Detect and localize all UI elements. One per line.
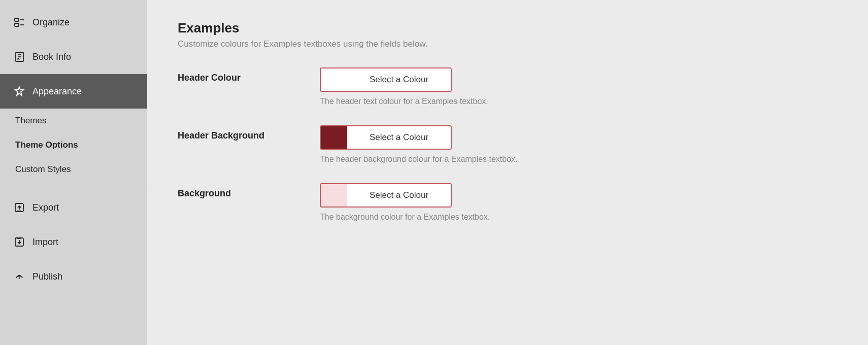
sidebar-item-appearance[interactable]: Appearance (0, 74, 147, 109)
sidebar-sub-menu: Themes Theme Options Custom Styles (0, 109, 147, 186)
field-row-background: Background Select a Colour The backgroun… (178, 183, 838, 236)
page-description: Customize colours for Examples textboxes… (178, 39, 838, 49)
colour-btn-label-background: Select a Colour (347, 184, 451, 206)
field-control-header-colour: Select a Colour The header text colour f… (320, 67, 838, 120)
import-icon (13, 236, 25, 248)
sidebar-sub-item-theme-options[interactable]: Theme Options (0, 133, 147, 157)
appearance-icon (13, 85, 25, 97)
sidebar-item-book-info[interactable]: Book Info (0, 40, 147, 74)
colour-swatch-background (321, 184, 347, 206)
field-hint-header-colour: The header text colour for a Examples te… (320, 97, 838, 106)
field-label-header-colour: Header Colour (178, 67, 320, 83)
main-content: Examples Customize colours for Examples … (147, 0, 868, 345)
sidebar-item-import-label: Import (32, 237, 58, 248)
svg-rect-1 (15, 23, 19, 26)
page-title: Examples (178, 20, 838, 36)
colour-btn-label-header-colour: Select a Colour (347, 68, 451, 91)
book-info-icon (13, 51, 25, 63)
sidebar-item-organize[interactable]: Organize (0, 5, 147, 40)
sidebar-item-publish-label: Publish (32, 271, 62, 282)
sidebar-item-export-label: Export (32, 202, 59, 213)
field-label-background: Background (178, 183, 320, 199)
colour-picker-header-background[interactable]: Select a Colour (320, 125, 452, 150)
colour-picker-header-colour[interactable]: Select a Colour (320, 67, 452, 92)
sidebar-item-export[interactable]: Export (0, 190, 147, 225)
field-hint-header-background: The header background colour for a Examp… (320, 155, 838, 164)
svg-rect-0 (15, 18, 19, 21)
colour-swatch-header-colour (321, 68, 347, 91)
organize-icon (13, 16, 25, 28)
sidebar-item-publish[interactable]: Publish (0, 259, 147, 294)
field-control-background: Select a Colour The background colour fo… (320, 183, 838, 236)
sidebar-item-book-info-label: Book Info (32, 52, 71, 62)
sidebar-sub-item-custom-styles[interactable]: Custom Styles (0, 157, 147, 182)
sidebar-divider-1 (0, 188, 147, 188)
sidebar-sub-item-themes[interactable]: Themes (0, 109, 147, 133)
sidebar: Organize Book Info Appearance Themes The… (0, 0, 147, 345)
export-icon (13, 201, 25, 214)
field-label-header-background: Header Background (178, 125, 320, 141)
field-hint-background: The background colour for a Examples tex… (320, 213, 838, 222)
field-row-header-colour: Header Colour Select a Colour The header… (178, 67, 838, 120)
publish-icon (13, 270, 25, 283)
field-row-header-background: Header Background Select a Colour The he… (178, 125, 838, 178)
sidebar-item-appearance-label: Appearance (32, 86, 82, 97)
colour-picker-background[interactable]: Select a Colour (320, 183, 452, 208)
svg-point-13 (19, 278, 20, 279)
sidebar-item-organize-label: Organize (32, 17, 70, 28)
field-control-header-background: Select a Colour The header background co… (320, 125, 838, 178)
colour-swatch-header-background (321, 126, 347, 149)
svg-marker-6 (15, 87, 23, 95)
sidebar-item-import[interactable]: Import (0, 225, 147, 259)
colour-btn-label-header-background: Select a Colour (347, 126, 451, 149)
